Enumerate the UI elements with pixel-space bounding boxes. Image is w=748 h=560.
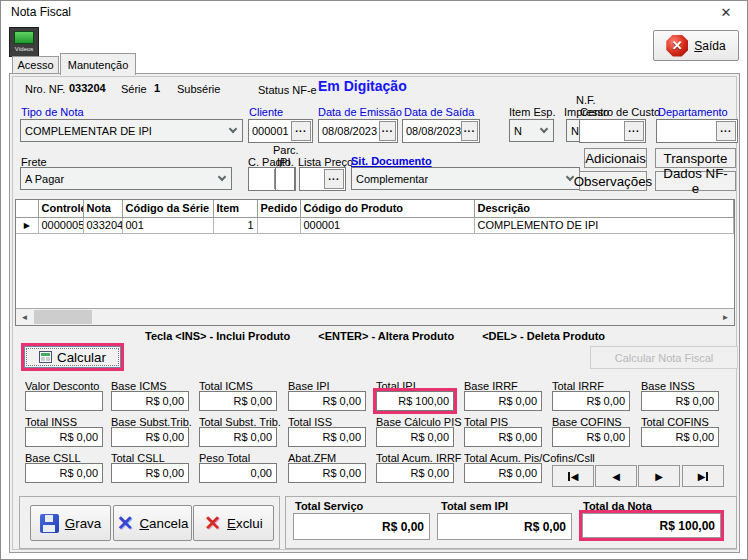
col-nota[interactable]: Nota bbox=[83, 200, 122, 217]
data-emissao-input[interactable]: 08/08/2023 bbox=[319, 120, 378, 142]
dados-nfe-button[interactable]: Dados NF-e bbox=[655, 171, 736, 191]
tab-manutencao-label: Manutenção bbox=[68, 59, 129, 71]
row-selector-icon: ▶ bbox=[16, 217, 38, 233]
col-codigo-da-serie[interactable]: Código da Série bbox=[122, 200, 213, 217]
adicionais-button[interactable]: Adicionais bbox=[584, 148, 647, 168]
ellipsis-icon: ... bbox=[464, 124, 475, 134]
data-saida-input[interactable]: 08/08/2023 bbox=[403, 120, 460, 142]
calcular-button[interactable]: Calcular bbox=[24, 346, 121, 368]
grava-button[interactable]: Grava bbox=[30, 505, 111, 541]
sit-documento-link[interactable]: Sit. Documento bbox=[351, 155, 432, 167]
cliente-input[interactable]: 000001 bbox=[249, 120, 290, 142]
ellipsis-icon: ... bbox=[295, 124, 306, 134]
nro-nf-value: 033204 bbox=[69, 82, 106, 94]
data-emissao-browse-button[interactable]: ... bbox=[379, 121, 396, 141]
lista-preco-input[interactable] bbox=[300, 168, 323, 190]
base-calculo-pis-field: R$ 0,00 bbox=[376, 427, 454, 447]
peso-total-value: 0,00 bbox=[251, 467, 272, 479]
close-icon[interactable]: ✕ bbox=[711, 1, 741, 23]
nav-last-icon: ▶ bbox=[698, 471, 706, 482]
tab-manutencao[interactable]: Manutenção bbox=[60, 53, 136, 75]
total-iss-field: R$ 0,00 bbox=[288, 427, 366, 447]
scroll-right-icon[interactable]: ► bbox=[717, 309, 734, 325]
ellipsis-icon: ... bbox=[628, 124, 639, 134]
centro-custo-lookup: ... bbox=[579, 119, 646, 143]
saida-button[interactable]: ✕ Saída bbox=[653, 30, 739, 61]
total-subst-trib-value: R$ 0,00 bbox=[233, 431, 272, 443]
cliente-browse-button[interactable]: ... bbox=[291, 121, 311, 141]
tipo-de-nota-value: COMPLEMENTAR DE IPI bbox=[25, 125, 152, 137]
calcular-label: Calcular bbox=[57, 350, 106, 365]
centro-custo-input[interactable] bbox=[580, 120, 623, 142]
cell-codigo-serie: 001 bbox=[122, 217, 213, 233]
total-servico-label: Total Serviço bbox=[295, 500, 363, 512]
departamento-browse-button[interactable]: ... bbox=[716, 121, 736, 141]
col-controle[interactable]: Controle bbox=[38, 200, 83, 217]
parc-ipi-input[interactable] bbox=[275, 167, 295, 191]
calcular-nota-fiscal-button: Calcular Nota Fiscal bbox=[590, 346, 738, 369]
c-pagto-input[interactable] bbox=[249, 168, 273, 190]
nav-next-button[interactable]: ▶ bbox=[638, 465, 680, 487]
nav-last-button[interactable]: ▶ bbox=[682, 465, 724, 487]
total-inss-field: R$ 0,00 bbox=[25, 427, 103, 447]
item-esp-select[interactable]: N bbox=[509, 119, 554, 142]
exclui-button[interactable]: ✕ Exclui bbox=[193, 505, 274, 541]
nav-first-button[interactable]: ◀ bbox=[552, 465, 594, 487]
total-cofins-field: R$ 0,00 bbox=[641, 427, 719, 447]
total-csll-value: R$ 0,00 bbox=[145, 467, 184, 479]
centro-custo-browse-button[interactable]: ... bbox=[624, 121, 644, 141]
grava-label: Grava bbox=[65, 516, 101, 531]
data-saida-browse-button[interactable]: ... bbox=[461, 121, 478, 141]
base-icms-value: R$ 0,00 bbox=[145, 395, 184, 407]
nro-nf-label: Nro. NF. bbox=[25, 83, 65, 95]
data-de-saida-label: Data de Saída bbox=[404, 106, 474, 118]
total-inss-value: R$ 0,00 bbox=[59, 431, 98, 443]
tab-acesso[interactable]: Acesso bbox=[12, 56, 59, 74]
videos-button[interactable]: Vídeos bbox=[9, 27, 39, 57]
scroll-left-icon[interactable]: ◄ bbox=[16, 309, 33, 325]
transporte-button[interactable]: Transporte bbox=[655, 148, 736, 168]
total-irrf-field: R$ 0,00 bbox=[552, 391, 630, 411]
nav-next-icon: ▶ bbox=[655, 471, 663, 482]
base-inss-field: R$ 0,00 bbox=[641, 391, 719, 411]
cliente-lookup: 000001 ... bbox=[248, 119, 313, 143]
total-servico-value: R$ 0,00 bbox=[382, 520, 424, 534]
col-item[interactable]: Item bbox=[213, 200, 257, 217]
sit-documento-select[interactable]: Complementar bbox=[351, 167, 580, 190]
col-descricao[interactable]: Descrição bbox=[474, 200, 734, 217]
nav-bar bbox=[568, 472, 570, 481]
total-acum-irrf-value: R$ 0,00 bbox=[410, 467, 449, 479]
total-irrf-value: R$ 0,00 bbox=[586, 395, 625, 407]
col-pedido[interactable]: Pedido bbox=[257, 200, 300, 217]
cell-descricao: COMPLEMENTO DE IPI bbox=[474, 217, 734, 233]
keyboard-hints: Tecla <INS> - Inclui Produto <ENTER> - A… bbox=[15, 330, 735, 342]
observacoes-button[interactable]: Observações bbox=[579, 171, 647, 191]
total-sem-ipi-value: R$ 0,00 bbox=[524, 520, 566, 534]
grid-header-row: Controle Nota Código da Série Item Pedid… bbox=[16, 200, 734, 217]
cell-nota: 033204 bbox=[83, 217, 122, 233]
base-irrf-value: R$ 0,00 bbox=[498, 395, 537, 407]
hint-ins: Tecla <INS> - Inclui Produto bbox=[145, 330, 290, 342]
lista-preco-browse-button[interactable]: ... bbox=[324, 169, 344, 189]
valor-desconto-input[interactable] bbox=[25, 391, 103, 411]
tipo-de-nota-select[interactable]: COMPLEMENTAR DE IPI bbox=[20, 119, 243, 142]
frete-select[interactable]: A Pagar bbox=[20, 167, 232, 190]
base-cofins-value: R$ 0,00 bbox=[586, 431, 625, 443]
total-subst-trib-field: R$ 0,00 bbox=[199, 427, 277, 447]
horizontal-scrollbar[interactable]: ◄ ► bbox=[16, 308, 734, 325]
col-codigo-do-produto[interactable]: Código do Produto bbox=[300, 200, 474, 217]
blue-x-icon: ✕ bbox=[117, 513, 134, 533]
base-icms-field: R$ 0,00 bbox=[111, 391, 189, 411]
departamento-input[interactable] bbox=[657, 120, 715, 142]
scrollbar-thumb[interactable] bbox=[34, 310, 92, 324]
nav-prev-icon: ◀ bbox=[612, 471, 620, 482]
cancela-button[interactable]: ✕ Cancela bbox=[113, 505, 192, 541]
total-acum-pis-cofins-csll-value: R$ 0,00 bbox=[498, 467, 537, 479]
total-pis-value: R$ 0,00 bbox=[498, 431, 537, 443]
total-da-nota-field: R$ 100,00 bbox=[582, 513, 721, 538]
base-irrf-field: R$ 0,00 bbox=[464, 391, 542, 411]
nav-prev-button[interactable]: ◀ bbox=[595, 465, 637, 487]
table-row[interactable]: ▶ 0000005 033204 001 1 000001 COMPLEMENT… bbox=[16, 217, 734, 233]
data-de-emissao-label: Data de Emissão bbox=[318, 106, 402, 118]
base-calculo-pis-value: R$ 0,00 bbox=[410, 431, 449, 443]
